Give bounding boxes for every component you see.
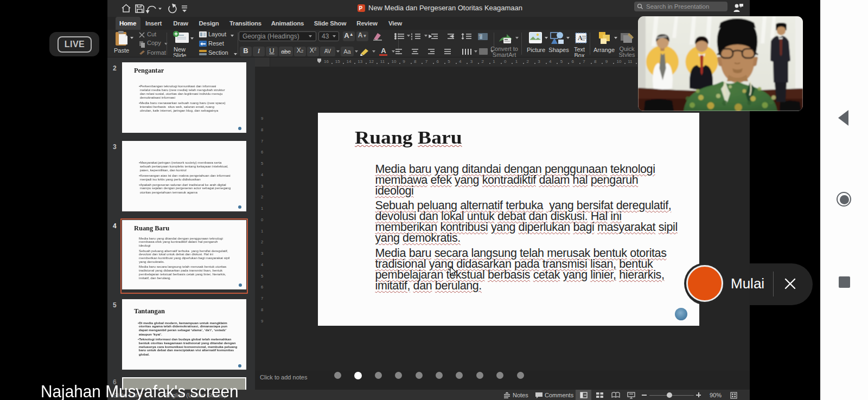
svg-text:A: A xyxy=(578,34,583,42)
